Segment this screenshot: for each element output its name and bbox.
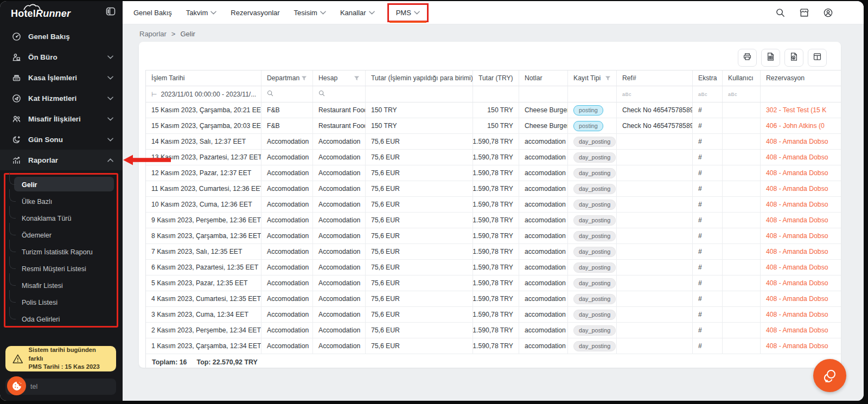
reservation-link[interactable]: 408 - Amanda Dobso — [766, 295, 828, 303]
reservation-link[interactable]: 408 - Amanda Dobso — [766, 138, 828, 145]
column-header[interactable]: Hesap — [313, 70, 366, 86]
submenu-item-polis-listesi[interactable]: Polis Listesi — [5, 294, 117, 311]
column-header[interactable]: Ekstra — [693, 70, 723, 86]
submenu-item-gelir[interactable]: Gelir — [5, 176, 117, 193]
table-row[interactable]: 1 Kasım 2023, Çarşamba, 12:34 EETAccomod… — [146, 338, 841, 354]
empty-filter-cell[interactable] — [761, 86, 841, 102]
empty-filter-cell[interactable] — [519, 86, 568, 102]
reservation-link[interactable]: 408 - Amanda Dobso — [766, 169, 828, 177]
table-row[interactable]: 15 Kasım 2023, Çarşamba, 20:21 EETF&BRes… — [146, 102, 841, 118]
printer-button[interactable] — [738, 49, 757, 67]
filter-funnel-icon[interactable] — [354, 75, 360, 81]
table-row[interactable]: 14 Kasım 2023, Salı, 12:37 EETAccomodati… — [146, 134, 841, 150]
support-chat-button[interactable] — [813, 359, 846, 392]
sidebar-nav: Genel BakışÖn BüroKasa İşlemleriKat Hizm… — [0, 26, 123, 170]
table-row[interactable]: 10 Kasım 2023, Cuma, 12:36 EETAccomodati… — [146, 197, 841, 213]
sidebar-item-3[interactable]: Kat Hizmetleri — [0, 88, 123, 108]
column-header[interactable]: Notlar — [519, 70, 568, 86]
chevron-down-icon — [107, 117, 113, 121]
submenu-item-konaklama-t-r-[interactable]: Konaklama Türü — [5, 210, 117, 227]
reservation-link[interactable]: 302 - Test Test (15 K — [766, 106, 826, 114]
reservation-link[interactable]: 408 - Amanda Dobso — [766, 342, 828, 350]
reservation-link[interactable]: 408 - Amanda Dobso — [766, 279, 828, 287]
column-header[interactable]: Kullanıcı — [723, 70, 761, 86]
table-row[interactable]: 7 Kasım 2023, Salı, 12:35 EETAccomodatio… — [146, 244, 841, 260]
submenu-item-misafir-listesi[interactable]: Misafir Listesi — [5, 277, 117, 294]
breadcrumb-parent[interactable]: Raporlar — [139, 30, 167, 38]
submenu-item--lke-bazl-[interactable]: Ülke Bazlı — [5, 193, 117, 210]
empty-filter-cell[interactable] — [568, 86, 617, 102]
filter-funnel-icon[interactable] — [605, 75, 611, 81]
top-nav-pms[interactable]: PMS — [396, 9, 420, 17]
table-row[interactable]: 5 Kasım 2023, Pazar, 12:35 EETAccomodati… — [146, 275, 841, 291]
sidebar-item-5[interactable]: Gün Sonu — [0, 129, 123, 150]
top-nav-tesisim[interactable]: Tesisim — [294, 9, 326, 17]
table-row[interactable]: 3 Kasım 2023, Cuma, 12:34 EETAccomodatio… — [146, 307, 841, 323]
reservation-link[interactable]: 408 - Amanda Dobso — [766, 153, 828, 161]
export-file-button[interactable] — [784, 49, 803, 67]
submenu-item-turizm-i-statistik-raporu[interactable]: Turizm İstatistik Raporu — [5, 243, 117, 260]
reservation-link[interactable]: 408 - Amanda Dobso — [766, 232, 828, 240]
ref-cell — [617, 307, 693, 322]
marketplace-icon[interactable] — [799, 8, 809, 18]
text-filter[interactable]: aBc — [617, 86, 693, 102]
table-row[interactable]: 4 Kasım 2023, Cumartesi, 12:35 EETAccomo… — [146, 291, 841, 307]
table-footer: Toplam: 16 Top: 22.570,92 TRY — [146, 354, 841, 368]
warning-line1: Sistem tarihi bugünden farklı — [29, 347, 96, 362]
account-icon[interactable] — [823, 8, 833, 18]
search-filter-input[interactable] — [261, 86, 313, 102]
amount-cell: 75,6 EUR — [366, 134, 473, 149]
reservation-link[interactable]: 408 - Amanda Dobso — [766, 311, 828, 318]
table-row[interactable]: 6 Kasım 2023, Pazartesi, 12:35 EETAccomo… — [146, 260, 841, 275]
column-header[interactable]: Tutar (TRY) — [473, 70, 519, 86]
column-header[interactable]: İşlem Tarihi — [146, 70, 261, 86]
reservation-link[interactable]: 408 - Amanda Dobso — [766, 185, 828, 193]
reservation-link[interactable]: 408 - Amanda Dobso — [766, 216, 828, 224]
table-row[interactable]: 11 Kasım 2023, Cumartesi, 12:36 EETAccom… — [146, 181, 841, 197]
sidebar-item-raporlar[interactable]: Raporlar — [0, 150, 123, 170]
table-row[interactable]: 13 Kasım 2023, Pazartesi, 12:37 EETAccom… — [146, 150, 841, 165]
date-cell: 7 Kasım 2023, Salı, 12:35 EET — [146, 244, 261, 259]
date-range-filter[interactable]: ⊢2023/11/01 00:00:00 - 2023/11/... — [146, 86, 261, 102]
table-row[interactable]: 9 Kasım 2023, Perşembe, 12:36 EETAccomod… — [146, 213, 841, 228]
submenu-item-resmi-m-teri-listesi[interactable]: Resmi Müşteri Listesi — [5, 260, 117, 277]
empty-filter-cell[interactable] — [366, 86, 473, 102]
table-row[interactable]: 2 Kasım 2023, Perşembe, 12:34 EETAccomod… — [146, 323, 841, 338]
filter-funnel-icon[interactable] — [301, 75, 307, 81]
submenu-item-oda-gelirleri[interactable]: Oda Gelirleri — [5, 311, 117, 328]
table-row[interactable]: 8 Kasım 2023, Çarşamba, 12:36 EETAccomod… — [146, 228, 841, 244]
text-filter[interactable]: aBc — [723, 86, 761, 102]
reservation-link[interactable]: 408 - Amanda Dobso — [766, 248, 828, 255]
search-icon[interactable] — [775, 8, 786, 18]
column-header[interactable]: Tutar (İşlemin yapıldığı para birimi) — [366, 70, 473, 86]
table-row[interactable]: 12 Kasım 2023, Pazar, 12:37 EETAccomodat… — [146, 165, 841, 181]
top-nav-rezervasyonlar[interactable]: Rezervasyonlar — [231, 9, 279, 17]
table-row[interactable]: 15 Kasım 2023, Çarşamba, 20:03 EETF&BRes… — [146, 118, 841, 134]
amount-try-cell: 1.590,78 TRY — [473, 244, 519, 259]
sidebar-item-0[interactable]: Genel Bakış — [0, 26, 123, 47]
hotelrunner-logo[interactable]: HotelRunner — [11, 8, 71, 20]
cookie-consent-button[interactable] — [7, 376, 26, 395]
department-cell: Accomodation — [261, 307, 313, 322]
column-header[interactable]: Ref# — [617, 70, 693, 86]
reservation-link[interactable]: 408 - Amanda Dobso — [766, 264, 828, 271]
top-nav-takvim[interactable]: Takvim — [186, 9, 216, 17]
empty-filter-cell[interactable] — [473, 86, 519, 102]
column-header[interactable]: Kayıt Tipi — [568, 70, 617, 86]
top-nav-kanallar[interactable]: Kanallar — [340, 9, 375, 17]
export-excel-button[interactable] — [761, 49, 780, 67]
sidebar-item-4[interactable]: Misafir İlişkileri — [0, 108, 123, 129]
top-nav-genel-bak-[interactable]: Genel Bakış — [133, 9, 172, 17]
column-header[interactable]: Departman — [261, 70, 313, 86]
submenu-item--demeler[interactable]: Ödemeler — [5, 227, 117, 243]
sidebar-item-2[interactable]: Kasa İşlemleri — [0, 67, 123, 88]
column-header[interactable]: Rezervasyon — [761, 70, 841, 86]
text-filter[interactable]: aBc — [693, 86, 723, 102]
sidebar-collapse-icon[interactable] — [105, 6, 116, 17]
reservation-link[interactable]: 408 - Amanda Dobso — [766, 326, 828, 334]
sidebar-item-1[interactable]: Ön Büro — [0, 47, 123, 67]
reservation-link[interactable]: 406 - John Atkins (0 — [766, 122, 825, 130]
table-columns-button[interactable] — [808, 49, 827, 67]
reservation-link[interactable]: 408 - Amanda Dobso — [766, 201, 828, 208]
search-filter-input[interactable] — [313, 86, 366, 102]
